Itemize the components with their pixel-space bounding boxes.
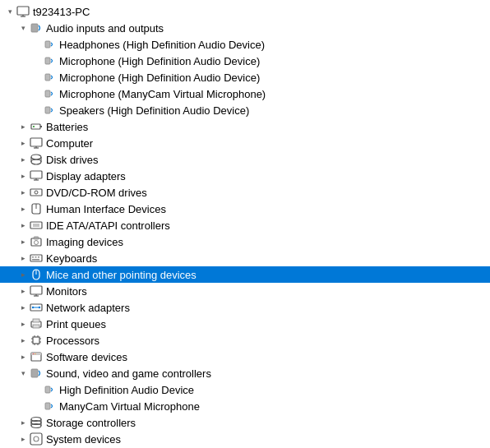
label-speakers: Speakers (High Definition Audio Device) [59,104,490,117]
svg-rect-3 [31,24,38,32]
expander-speakers[interactable] [30,104,43,117]
icon-disk [30,153,43,166]
expander-print[interactable] [16,317,30,330]
tree-item-root[interactable]: t923413-PC [0,3,490,20]
expander-batteries[interactable] [16,120,30,133]
expander-monitors[interactable] [16,284,30,298]
tree-item-mice[interactable]: Mice and other pointing devices [0,266,490,283]
label-display: Display adapters [46,170,490,182]
expander-audio-group[interactable] [16,21,30,35]
label-manycam: ManyCam Virtual Microphone [59,400,490,413]
svg-point-15 [31,155,41,159]
label-software: Software devices [46,351,490,363]
tree-item-sound-group[interactable]: Sound, video and game controllers [0,365,490,381]
label-mic1: Microphone (High Definition Audio Device… [59,55,490,67]
svg-rect-63 [45,386,50,393]
svg-rect-6 [45,74,50,81]
svg-point-44 [32,307,34,308]
svg-rect-10 [40,126,42,127]
expander-processors[interactable] [16,334,30,347]
expander-computer[interactable] [16,136,30,150]
expander-imaging[interactable] [16,235,30,248]
expander-manycam[interactable] [30,400,43,413]
svg-rect-70 [30,433,42,445]
expander-display[interactable] [16,169,30,182]
tree-item-storage[interactable]: Storage controllers [0,414,490,431]
tree-item-audio-group[interactable]: Audio inputs and outputs [0,20,490,36]
icon-monitor [30,284,43,298]
tree-item-display[interactable]: Display adapters [0,168,490,184]
svg-rect-35 [38,256,39,258]
label-processors: Processors [46,335,490,347]
icon-sound-device [43,383,56,396]
label-mice: Mice and other pointing devices [46,269,490,281]
svg-rect-49 [33,337,39,344]
expander-network[interactable] [16,301,30,314]
expander-mic2[interactable] [30,71,43,84]
tree-item-speakers[interactable]: Speakers (High Definition Audio Device) [0,102,490,118]
label-system: System devices [46,433,490,446]
expander-hd-audio[interactable] [30,383,43,396]
icon-computer-node [30,136,43,150]
svg-rect-5 [45,58,50,64]
tree-item-ide[interactable]: IDE ATA/ATAPI controllers [0,217,490,233]
svg-rect-34 [35,256,37,258]
tree-item-processors[interactable]: Processors [0,332,490,349]
tree-item-software[interactable]: Software devices [0,349,490,365]
expander-hid[interactable] [16,202,30,215]
tree-item-print[interactable]: Print queues [0,316,490,332]
device-manager-tree: t923413-PCAudio inputs and outputsHeadph… [0,0,490,448]
icon-audio-device [43,38,56,51]
expander-dvd[interactable] [16,186,30,199]
tree-item-keyboards[interactable]: Keyboards [0,250,490,266]
tree-item-hd-audio[interactable]: High Definition Audio Device [0,381,490,398]
label-storage: Storage controllers [46,417,490,429]
tree-item-monitors[interactable]: Monitors [0,283,490,299]
icon-display [30,169,43,182]
svg-rect-36 [32,259,39,261]
label-ide: IDE ATA/ATAPI controllers [46,219,490,232]
tree-item-mic3[interactable]: Microphone (ManyCam Virtual Microphone) [0,85,490,102]
expander-disk[interactable] [16,153,30,166]
svg-rect-47 [33,319,39,322]
tree-item-mic1[interactable]: Microphone (High Definition Audio Device… [0,53,490,69]
tree-item-imaging[interactable]: Imaging devices [0,233,490,250]
tree-item-computer[interactable]: Computer [0,135,490,151]
svg-rect-8 [45,107,50,113]
svg-rect-22 [30,189,42,196]
tree-item-network[interactable]: Network adapters [0,299,490,316]
tree-item-mic2[interactable]: Microphone (High Definition Audio Device… [0,69,490,85]
expander-mic3[interactable] [30,87,43,100]
icon-sound-device [43,400,56,413]
expander-system[interactable] [16,432,30,446]
tree-item-manycam[interactable]: ManyCam Virtual Microphone [0,398,490,414]
expander-root[interactable] [3,5,16,18]
icon-audio-device [43,54,56,67]
icon-imaging [30,235,43,248]
tree-item-hid[interactable]: Human Interface Devices [0,201,490,217]
svg-rect-48 [33,325,39,328]
expander-keyboards[interactable] [16,252,30,265]
expander-software[interactable] [16,350,30,363]
icon-network [30,301,43,314]
icon-keyboard [30,252,43,265]
expander-sound-group[interactable] [16,367,30,380]
svg-rect-19 [30,171,42,178]
icon-ide [30,219,43,232]
expander-mic1[interactable] [30,54,43,67]
expander-ide[interactable] [16,219,30,232]
tree-item-headphones[interactable]: Headphones (High Definition Audio Device… [0,36,490,53]
tree-item-disk[interactable]: Disk drives [0,151,490,168]
svg-rect-7 [45,90,50,97]
label-dvd: DVD/CD-ROM drives [46,187,490,199]
icon-audio-device [43,71,56,84]
expander-mice[interactable] [16,268,30,281]
tree-item-batteries[interactable]: Batteries [0,118,490,135]
tree-item-dvd[interactable]: DVD/CD-ROM drives [0,184,490,201]
svg-rect-12 [30,138,42,146]
expander-headphones[interactable] [30,38,43,51]
expander-storage[interactable] [16,416,30,429]
svg-rect-39 [30,286,42,294]
svg-rect-11 [33,126,35,127]
tree-item-system[interactable]: System devices [0,431,490,447]
